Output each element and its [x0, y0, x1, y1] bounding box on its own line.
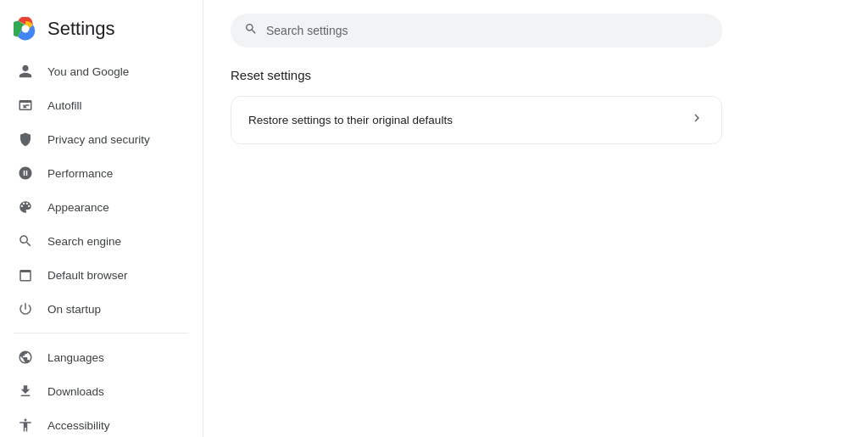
person-icon	[17, 63, 34, 80]
search-bar-icon	[244, 22, 258, 39]
search-bar[interactable]	[231, 14, 722, 48]
sidebar-item-privacy-and-security[interactable]: Privacy and security	[0, 122, 192, 156]
autofill-icon	[17, 97, 34, 114]
palette-icon	[17, 199, 34, 216]
search-input[interactable]	[266, 24, 709, 37]
power-icon	[17, 300, 34, 317]
section-title: Reset settings	[231, 68, 841, 82]
sidebar-item-languages[interactable]: Languages	[0, 340, 192, 374]
sidebar-item-label: On startup	[47, 303, 101, 316]
sidebar: Settings You and Google Autofill Privacy…	[0, 0, 203, 437]
sidebar-item-label: Privacy and security	[47, 133, 150, 146]
sidebar-item-default-browser[interactable]: Default browser	[0, 258, 192, 292]
sidebar-item-label: Languages	[47, 351, 104, 364]
sidebar-item-downloads[interactable]: Downloads	[0, 374, 192, 408]
sidebar-divider	[14, 333, 189, 333]
restore-settings-row[interactable]: Restore settings to their original defau…	[231, 97, 721, 143]
shield-icon	[17, 131, 34, 148]
globe-icon	[17, 349, 34, 366]
sidebar-item-appearance[interactable]: Appearance	[0, 190, 192, 224]
sidebar-item-label: Appearance	[47, 201, 109, 214]
sidebar-item-label: You and Google	[47, 65, 129, 78]
sidebar-item-accessibility[interactable]: Accessibility	[0, 408, 192, 437]
sidebar-item-label: Performance	[47, 167, 113, 180]
sidebar-item-you-and-google[interactable]: You and Google	[0, 54, 192, 88]
browser-icon	[17, 266, 34, 283]
performance-icon	[17, 165, 34, 182]
sidebar-item-label: Search engine	[47, 235, 121, 248]
chevron-right-icon	[689, 110, 704, 130]
sidebar-item-autofill[interactable]: Autofill	[0, 88, 192, 122]
sidebar-item-on-startup[interactable]: On startup	[0, 292, 192, 326]
sidebar-item-label: Downloads	[47, 385, 104, 398]
search-icon	[17, 233, 34, 249]
chrome-logo-icon	[14, 17, 37, 41]
main-content: Reset settings Restore settings to their…	[203, 0, 868, 437]
sidebar-item-label: Default browser	[47, 269, 128, 282]
sidebar-item-label: Autofill	[47, 99, 82, 112]
app-header: Settings	[0, 7, 203, 54]
sidebar-item-search-engine[interactable]: Search engine	[0, 224, 192, 258]
restore-settings-label: Restore settings to their original defau…	[248, 114, 453, 126]
sidebar-item-label: Accessibility	[47, 419, 110, 432]
sidebar-item-performance[interactable]: Performance	[0, 156, 192, 190]
app-title: Settings	[47, 18, 115, 40]
accessibility-icon	[17, 417, 34, 434]
search-bar-container	[231, 14, 841, 48]
reset-settings-card: Restore settings to their original defau…	[231, 96, 722, 144]
sidebar-nav: You and Google Autofill Privacy and secu…	[0, 54, 203, 437]
download-icon	[17, 383, 34, 400]
